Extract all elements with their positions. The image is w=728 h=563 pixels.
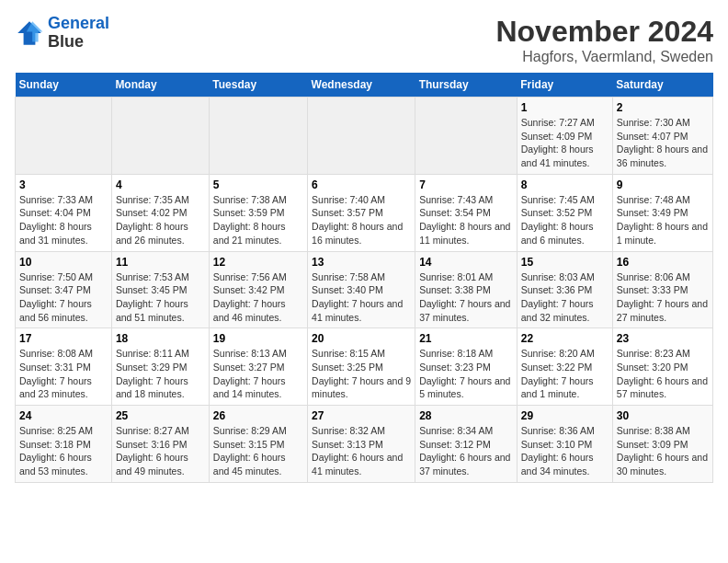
day-info: Sunrise: 8:27 AM Sunset: 3:16 PM Dayligh…: [116, 424, 205, 478]
day-info: Sunrise: 7:56 AM Sunset: 3:42 PM Dayligh…: [213, 270, 303, 325]
day-info: Sunrise: 8:15 AM Sunset: 3:25 PM Dayligh…: [312, 347, 411, 401]
calendar-table: SundayMondayTuesdayWednesdayThursdayFrid…: [15, 73, 713, 483]
day-number: 16: [617, 256, 709, 269]
calendar-cell: 17Sunrise: 8:08 AM Sunset: 3:31 PM Dayli…: [16, 328, 112, 406]
calendar-cell: 12Sunrise: 7:56 AM Sunset: 3:42 PM Dayli…: [209, 251, 307, 328]
day-info: Sunrise: 7:38 AM Sunset: 3:59 PM Dayligh…: [213, 193, 303, 247]
day-info: Sunrise: 8:03 AM Sunset: 3:36 PM Dayligh…: [521, 270, 609, 325]
logo-line1: General: [48, 14, 109, 32]
day-number: 25: [116, 409, 205, 422]
day-info: Sunrise: 8:32 AM Sunset: 3:13 PM Dayligh…: [312, 424, 411, 478]
calendar-cell: [16, 98, 112, 175]
calendar-cell: 16Sunrise: 8:06 AM Sunset: 3:33 PM Dayli…: [612, 251, 712, 328]
main-title: November 2024: [495, 15, 713, 49]
header-cell-thursday: Thursday: [415, 73, 518, 98]
week-row-4: 17Sunrise: 8:08 AM Sunset: 3:31 PM Dayli…: [16, 328, 713, 406]
day-number: 1: [521, 101, 609, 114]
day-number: 29: [521, 409, 609, 422]
day-info: Sunrise: 7:30 AM Sunset: 4:07 PM Dayligh…: [617, 116, 709, 170]
day-number: 8: [521, 178, 609, 191]
calendar-cell: 11Sunrise: 7:53 AM Sunset: 3:45 PM Dayli…: [111, 251, 209, 328]
day-info: Sunrise: 8:13 AM Sunset: 3:27 PM Dayligh…: [213, 347, 303, 401]
calendar-body: 1Sunrise: 7:27 AM Sunset: 4:09 PM Daylig…: [16, 98, 713, 483]
day-number: 13: [312, 256, 411, 269]
calendar-cell: 10Sunrise: 7:50 AM Sunset: 3:47 PM Dayli…: [16, 251, 112, 328]
day-info: Sunrise: 7:53 AM Sunset: 3:45 PM Dayligh…: [116, 270, 205, 325]
calendar-cell: 27Sunrise: 8:32 AM Sunset: 3:13 PM Dayli…: [308, 406, 415, 483]
day-info: Sunrise: 7:45 AM Sunset: 3:52 PM Dayligh…: [521, 193, 609, 247]
day-number: 12: [213, 256, 303, 269]
calendar-cell: 1Sunrise: 7:27 AM Sunset: 4:09 PM Daylig…: [517, 98, 612, 175]
calendar-cell: 8Sunrise: 7:45 AM Sunset: 3:52 PM Daylig…: [517, 174, 612, 251]
calendar-cell: 25Sunrise: 8:27 AM Sunset: 3:16 PM Dayli…: [111, 406, 209, 483]
day-number: 19: [213, 332, 303, 345]
day-number: 7: [419, 178, 513, 191]
day-info: Sunrise: 7:35 AM Sunset: 4:02 PM Dayligh…: [116, 193, 205, 247]
calendar-cell: 4Sunrise: 7:35 AM Sunset: 4:02 PM Daylig…: [111, 174, 209, 251]
calendar-cell: 15Sunrise: 8:03 AM Sunset: 3:36 PM Dayli…: [517, 251, 612, 328]
header-cell-sunday: Sunday: [16, 73, 112, 98]
day-info: Sunrise: 8:20 AM Sunset: 3:22 PM Dayligh…: [521, 347, 609, 401]
subtitle: Hagfors, Vaermland, Sweden: [495, 49, 713, 65]
logo-text: General Blue: [48, 15, 109, 52]
calendar-cell: [209, 98, 307, 175]
day-number: 30: [617, 409, 709, 422]
day-number: 5: [213, 178, 303, 191]
calendar-cell: [308, 98, 415, 175]
day-info: Sunrise: 8:18 AM Sunset: 3:23 PM Dayligh…: [419, 347, 513, 401]
calendar-cell: 3Sunrise: 7:33 AM Sunset: 4:04 PM Daylig…: [16, 174, 112, 251]
day-number: 4: [116, 178, 205, 191]
day-number: 28: [419, 409, 513, 422]
day-number: 15: [521, 256, 609, 269]
day-number: 11: [116, 256, 205, 269]
day-number: 2: [617, 101, 709, 114]
calendar-cell: 29Sunrise: 8:36 AM Sunset: 3:10 PM Dayli…: [517, 406, 612, 483]
day-info: Sunrise: 7:43 AM Sunset: 3:54 PM Dayligh…: [419, 193, 513, 247]
day-info: Sunrise: 7:50 AM Sunset: 3:47 PM Dayligh…: [19, 270, 108, 325]
day-number: 24: [19, 409, 108, 422]
day-number: 23: [617, 332, 709, 345]
day-info: Sunrise: 8:38 AM Sunset: 3:09 PM Dayligh…: [617, 424, 709, 478]
calendar-cell: 20Sunrise: 8:15 AM Sunset: 3:25 PM Dayli…: [308, 328, 415, 406]
day-info: Sunrise: 7:27 AM Sunset: 4:09 PM Dayligh…: [521, 116, 609, 170]
day-number: 20: [312, 332, 411, 345]
logo-icon: [15, 18, 44, 48]
day-info: Sunrise: 8:01 AM Sunset: 3:38 PM Dayligh…: [419, 270, 513, 325]
calendar-cell: 30Sunrise: 8:38 AM Sunset: 3:09 PM Dayli…: [612, 406, 712, 483]
day-number: 27: [312, 409, 411, 422]
header-cell-wednesday: Wednesday: [308, 73, 415, 98]
day-number: 9: [617, 178, 709, 191]
day-info: Sunrise: 7:33 AM Sunset: 4:04 PM Dayligh…: [19, 193, 108, 247]
header-cell-tuesday: Tuesday: [209, 73, 307, 98]
calendar-cell: 2Sunrise: 7:30 AM Sunset: 4:07 PM Daylig…: [612, 98, 712, 175]
calendar-cell: 18Sunrise: 8:11 AM Sunset: 3:29 PM Dayli…: [111, 328, 209, 406]
day-info: Sunrise: 8:34 AM Sunset: 3:12 PM Dayligh…: [419, 424, 513, 478]
day-number: 21: [419, 332, 513, 345]
calendar-cell: 13Sunrise: 7:58 AM Sunset: 3:40 PM Dayli…: [308, 251, 415, 328]
day-info: Sunrise: 8:25 AM Sunset: 3:18 PM Dayligh…: [19, 424, 108, 478]
day-number: 18: [116, 332, 205, 345]
logo: General Blue: [15, 15, 109, 52]
calendar-cell: 7Sunrise: 7:43 AM Sunset: 3:54 PM Daylig…: [415, 174, 518, 251]
week-row-2: 3Sunrise: 7:33 AM Sunset: 4:04 PM Daylig…: [16, 174, 713, 251]
calendar-cell: 9Sunrise: 7:48 AM Sunset: 3:49 PM Daylig…: [612, 174, 712, 251]
day-number: 17: [19, 332, 108, 345]
calendar-cell: 19Sunrise: 8:13 AM Sunset: 3:27 PM Dayli…: [209, 328, 307, 406]
day-info: Sunrise: 8:23 AM Sunset: 3:20 PM Dayligh…: [617, 347, 709, 401]
day-info: Sunrise: 8:36 AM Sunset: 3:10 PM Dayligh…: [521, 424, 609, 478]
title-block: November 2024 Hagfors, Vaermland, Sweden: [495, 15, 713, 65]
day-number: 26: [213, 409, 303, 422]
calendar-cell: 21Sunrise: 8:18 AM Sunset: 3:23 PM Dayli…: [415, 328, 518, 406]
calendar-cell: 24Sunrise: 8:25 AM Sunset: 3:18 PM Dayli…: [16, 406, 112, 483]
day-number: 14: [419, 256, 513, 269]
header-cell-saturday: Saturday: [612, 73, 712, 98]
day-info: Sunrise: 7:58 AM Sunset: 3:40 PM Dayligh…: [312, 270, 411, 325]
day-number: 6: [312, 178, 411, 191]
day-info: Sunrise: 8:29 AM Sunset: 3:15 PM Dayligh…: [213, 424, 303, 478]
calendar-cell: 28Sunrise: 8:34 AM Sunset: 3:12 PM Dayli…: [415, 406, 518, 483]
calendar-cell: 26Sunrise: 8:29 AM Sunset: 3:15 PM Dayli…: [209, 406, 307, 483]
day-info: Sunrise: 7:48 AM Sunset: 3:49 PM Dayligh…: [617, 193, 709, 247]
day-info: Sunrise: 7:40 AM Sunset: 3:57 PM Dayligh…: [312, 193, 411, 247]
week-row-3: 10Sunrise: 7:50 AM Sunset: 3:47 PM Dayli…: [16, 251, 713, 328]
page-header: General Blue November 2024 Hagfors, Vaer…: [15, 15, 713, 65]
